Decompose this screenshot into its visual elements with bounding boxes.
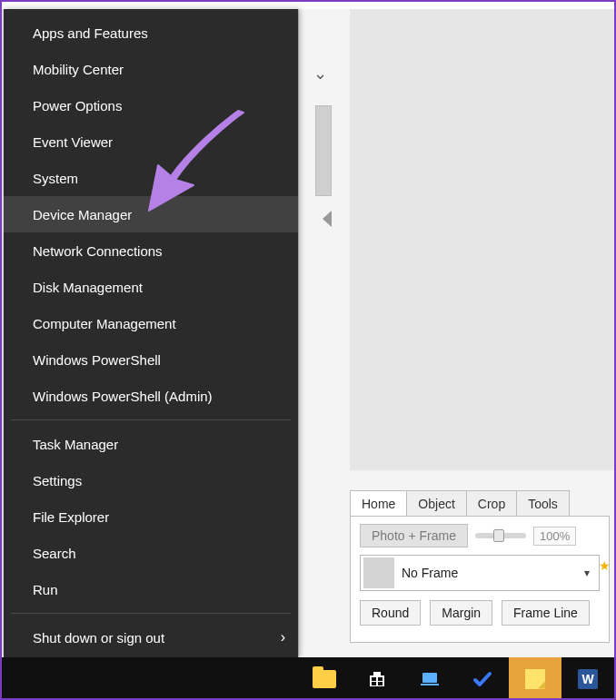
winx-device-manager[interactable]: Device Manager (4, 196, 298, 232)
taskbar-left-occluded (0, 657, 298, 700)
task-word[interactable]: W (561, 657, 614, 700)
frame-line-button[interactable]: Frame Line (502, 600, 590, 626)
chevron-down-icon[interactable]: ⌄ (313, 64, 327, 84)
vertical-scroll-thumb[interactable] (315, 105, 332, 196)
menu-item-label: File Explorer (33, 509, 109, 525)
menu-item-label: Device Manager (33, 207, 132, 222)
menu-separator (11, 419, 291, 420)
task-store[interactable] (351, 657, 403, 700)
favorite-star-icon[interactable]: ★ (599, 558, 611, 573)
svg-rect-1 (378, 677, 383, 681)
button-label: Photo + Frame (372, 528, 456, 543)
menu-item-label: Apps and Features (33, 25, 148, 41)
winx-network-connections[interactable]: Network Connections (4, 232, 298, 269)
menu-item-label: Disk Management (33, 280, 143, 295)
winx-shutdown-signout[interactable]: Shut down or sign out› (4, 619, 298, 656)
winx-settings[interactable]: Settings (4, 462, 298, 498)
tab-home-content: Photo + Frame 100% No Frame ▾ ★ Round Ma… (350, 516, 610, 643)
editor-canvas[interactable] (350, 9, 615, 470)
screenshot-root: ⌄ Home Object Crop Tools Photo + Frame 1… (0, 0, 616, 700)
winx-disk-management[interactable]: Disk Management (4, 269, 298, 305)
menu-item-label: Shut down or sign out (33, 630, 164, 646)
svg-rect-5 (421, 684, 439, 685)
collapse-handle-icon[interactable] (323, 211, 332, 227)
tab-label: Object (418, 497, 454, 511)
tab-crop[interactable]: Crop (466, 490, 517, 517)
menu-item-label: Windows PowerShell (33, 352, 161, 368)
photo-plus-frame-button[interactable]: Photo + Frame (360, 524, 468, 547)
menu-item-label: Network Connections (33, 243, 163, 259)
background-app-pane: ⌄ Home Object Crop Tools Photo + Frame 1… (298, 9, 614, 657)
menu-item-label: System (33, 171, 78, 186)
task-file-explorer[interactable] (298, 657, 351, 700)
tab-label: Crop (478, 497, 505, 511)
winx-task-manager[interactable]: Task Manager (4, 426, 298, 462)
taskbar: W (0, 657, 616, 700)
tab-home[interactable]: Home (350, 490, 407, 517)
word-icon: W (578, 669, 598, 689)
tab-tools[interactable]: Tools (516, 490, 570, 517)
winx-powershell-admin[interactable]: Windows PowerShell (Admin) (4, 378, 298, 414)
frame-dropdown-label: No Frame (402, 566, 575, 580)
svg-rect-3 (378, 682, 383, 685)
menu-separator (11, 613, 291, 614)
zoom-value-box[interactable]: 100% (533, 527, 576, 546)
button-label: Margin (442, 606, 481, 620)
menu-item-label: Computer Management (33, 316, 176, 331)
store-icon (366, 668, 388, 690)
laptop-icon (419, 668, 441, 690)
winx-power-options[interactable]: Power Options (4, 87, 298, 123)
winx-powershell[interactable]: Windows PowerShell (4, 341, 298, 378)
task-todo[interactable] (456, 657, 509, 700)
zoom-slider[interactable] (475, 533, 526, 538)
check-icon (472, 668, 493, 690)
menu-item-label: Task Manager (33, 437, 118, 452)
task-device[interactable] (403, 657, 456, 700)
menu-item-label: Mobility Center (33, 62, 124, 77)
svg-rect-4 (422, 673, 437, 683)
menu-item-label: Settings (33, 473, 82, 488)
svg-rect-2 (372, 682, 376, 685)
menu-item-label: Search (33, 546, 76, 561)
button-label: Round (372, 606, 409, 620)
tab-label: Tools (528, 497, 558, 511)
winx-apps-features[interactable]: Apps and Features (4, 15, 298, 51)
winx-power-user-menu: Apps and FeaturesMobility CenterPower Op… (4, 9, 298, 657)
winx-mobility-center[interactable]: Mobility Center (4, 51, 298, 87)
note-icon (525, 669, 545, 689)
menu-item-label: Event Viewer (33, 134, 113, 150)
chevron-right-icon: › (281, 629, 285, 646)
round-button[interactable]: Round (360, 600, 421, 626)
menu-item-label: Windows PowerShell (Admin) (33, 389, 213, 404)
chevron-down-icon: ▾ (575, 567, 599, 579)
zoom-value: 100% (540, 529, 570, 543)
winx-event-viewer[interactable]: Event Viewer (4, 123, 298, 160)
menu-item-label: Run (33, 582, 58, 597)
folder-icon (313, 670, 336, 688)
winx-computer-management[interactable]: Computer Management (4, 305, 298, 341)
winx-search[interactable]: Search (4, 535, 298, 571)
task-sticky-notes[interactable] (509, 657, 561, 700)
frame-dropdown[interactable]: No Frame ▾ (360, 555, 600, 591)
menu-item-label: Power Options (33, 98, 122, 113)
frame-swatch (363, 557, 394, 588)
winx-file-explorer[interactable]: File Explorer (4, 498, 298, 535)
tab-label: Home (362, 497, 395, 511)
panel-tabs: Home Object Crop Tools (350, 490, 569, 517)
button-label: Frame Line (513, 606, 578, 620)
tab-object[interactable]: Object (406, 490, 466, 517)
winx-system[interactable]: System (4, 160, 298, 196)
margin-button[interactable]: Margin (430, 600, 492, 626)
winx-run[interactable]: Run (4, 571, 298, 607)
slider-knob[interactable] (493, 529, 504, 542)
svg-rect-0 (372, 677, 376, 681)
